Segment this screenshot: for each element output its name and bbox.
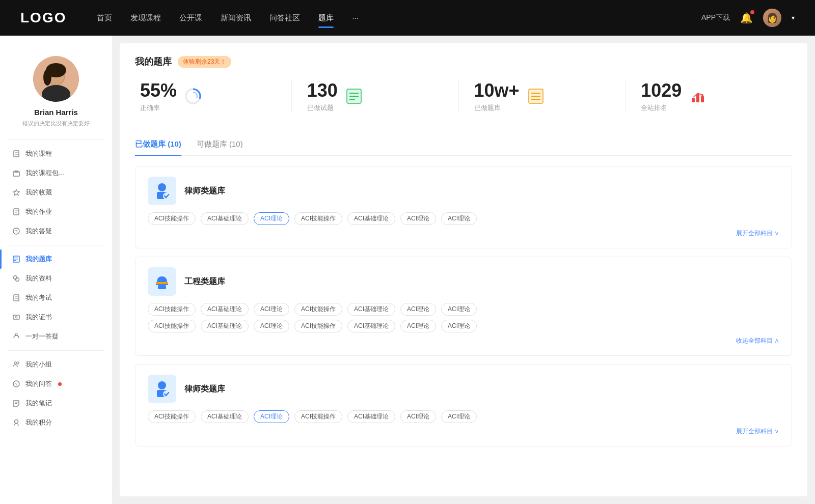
tag-0[interactable]: ACI技能操作 (148, 212, 196, 225)
eng-tag-r1-6[interactable]: ACI理论 (441, 303, 477, 316)
eng-tag-r1-0[interactable]: ACI技能操作 (148, 303, 196, 316)
stat-ranking: 1029 全站排名 (626, 80, 792, 113)
expand-link-lawyer-2[interactable]: 展开全部科目 ∨ (148, 427, 779, 436)
bank-tags-engineer-row2: ACI技能操作 ACI基础理论 ACI理论 ACI技能操作 ACI基础理论 AC… (148, 320, 779, 332)
stat-done-questions-value: 130 (307, 80, 338, 101)
user-avatar-nav[interactable]: 👩 (763, 9, 781, 27)
sidebar-item-my-questions[interactable]: ? 我的问答 (0, 374, 112, 394)
nav-news[interactable]: 新闻资讯 (221, 11, 251, 25)
l2-tag-2-active[interactable]: ACI理论 (254, 410, 289, 423)
tab-done-banks[interactable]: 已做题库 (10) (135, 139, 181, 155)
tag-5[interactable]: ACI理论 (400, 212, 436, 225)
svg-point-60 (158, 381, 166, 389)
svg-rect-27 (13, 315, 19, 319)
svg-rect-13 (14, 209, 19, 215)
user-menu-chevron[interactable]: ▾ (792, 14, 795, 21)
tag-4[interactable]: ACI基础理论 (347, 212, 395, 225)
svg-point-28 (15, 316, 17, 318)
svg-marker-12 (13, 189, 20, 195)
sidebar-item-my-group[interactable]: 我的小组 (0, 355, 112, 374)
l2-tag-5[interactable]: ACI理论 (400, 410, 436, 423)
tab-available-banks[interactable]: 可做题库 (10) (197, 139, 243, 155)
sidebar-item-my-data[interactable]: 我的资料 (0, 269, 112, 288)
ranking-icon (689, 87, 707, 105)
nav-qa[interactable]: 问答社区 (269, 11, 300, 25)
l2-tag-1[interactable]: ACI基础理论 (201, 410, 249, 423)
tag-1[interactable]: ACI基础理论 (201, 212, 249, 225)
eng-tag-r1-4[interactable]: ACI基础理论 (347, 303, 395, 316)
sidebar-item-my-course[interactable]: 我的课程 (0, 144, 112, 163)
favorites-icon (12, 188, 20, 197)
sidebar-item-one-on-one[interactable]: 一对一答疑 (0, 327, 112, 346)
app-download-link[interactable]: APP下载 (701, 13, 730, 22)
sidebar-item-favorites[interactable]: 我的收藏 (0, 183, 112, 202)
tabs-row: 已做题库 (10) 可做题库 (10) (135, 139, 792, 156)
stat-ranking-label: 全站排名 (641, 103, 682, 113)
svg-point-31 (17, 362, 19, 364)
engineer-bank-icon (148, 267, 176, 296)
notification-bell[interactable]: 🔔 (740, 12, 753, 24)
sidebar-label-homework: 我的作业 (25, 207, 52, 216)
nav-questionbank[interactable]: 题库 (318, 11, 334, 25)
sidebar-divider-1 (8, 139, 104, 140)
svg-point-36 (15, 420, 18, 424)
eng-tag-r1-2[interactable]: ACI理论 (254, 303, 289, 316)
sidebar-item-course-package[interactable]: 我的课程包... (0, 163, 112, 183)
eng-tag-r2-5[interactable]: ACI理论 (400, 320, 436, 332)
stat-done-banks: 10w+ 已做题库 (459, 80, 626, 113)
certificate-icon (12, 313, 20, 321)
svg-point-5 (43, 69, 51, 86)
questionbank-icon (12, 255, 20, 263)
nav-discover[interactable]: 发现课程 (130, 11, 161, 25)
svg-rect-51 (696, 94, 699, 102)
bank-item-lawyer-2-header: 律师类题库 (148, 375, 779, 403)
svg-rect-59 (156, 282, 168, 284)
stat-done-questions-label: 已做试题 (307, 103, 338, 113)
collapse-link-engineer[interactable]: 收起全部科目 ∧ (148, 337, 779, 345)
user-profile: Brian Harris 错误的决定比没有决定要好 (0, 46, 112, 135)
sidebar-item-my-exam[interactable]: 我的考试 (0, 288, 112, 307)
nav-more[interactable]: ··· (352, 11, 359, 25)
eng-tag-r1-5[interactable]: ACI理论 (400, 303, 436, 316)
l2-tag-4[interactable]: ACI基础理论 (347, 410, 395, 423)
qa-icon: ? (12, 227, 20, 235)
svg-rect-58 (158, 285, 166, 289)
sidebar-item-my-qa[interactable]: ? 我的答疑 (0, 221, 112, 241)
nav-home[interactable]: 首页 (97, 11, 112, 25)
eng-tag-r2-3[interactable]: ACI技能操作 (294, 320, 342, 332)
stat-accuracy-info: 55% 正确率 (140, 80, 177, 113)
eng-tag-r1-1[interactable]: ACI基础理论 (201, 303, 249, 316)
eng-tag-r2-4[interactable]: ACI基础理论 (347, 320, 395, 332)
eng-tag-r2-0[interactable]: ACI技能操作 (148, 320, 196, 332)
sidebar-item-homework[interactable]: 我的作业 (0, 202, 112, 221)
tag-6[interactable]: ACI理论 (441, 212, 477, 225)
stat-accuracy-value: 55% (140, 80, 177, 101)
l2-tag-6[interactable]: ACI理论 (441, 410, 477, 423)
bank-item-engineer: 工程类题库 ACI技能操作 ACI基础理论 ACI理论 ACI技能操作 ACI基… (135, 257, 792, 356)
homework-icon (12, 208, 20, 216)
sidebar-item-my-notes[interactable]: 我的笔记 (0, 394, 112, 413)
l2-tag-3[interactable]: ACI技能操作 (294, 410, 342, 423)
tag-2-active[interactable]: ACI理论 (254, 212, 289, 225)
eng-tag-r2-1[interactable]: ACI基础理论 (201, 320, 249, 332)
sidebar-label-my-questionbank: 我的题库 (25, 255, 52, 264)
eng-tag-r2-6[interactable]: ACI理论 (441, 320, 477, 332)
svg-text:?: ? (15, 382, 17, 387)
svg-point-29 (15, 333, 17, 335)
sidebar-label-my-points: 我的积分 (25, 418, 52, 427)
sidebar-label-course-package: 我的课程包... (25, 169, 64, 178)
tag-3[interactable]: ACI技能操作 (294, 212, 342, 225)
nav-opencourse[interactable]: 公开课 (179, 11, 202, 25)
expand-link-lawyer-1[interactable]: 展开全部科目 ∨ (148, 229, 779, 238)
stats-row: 55% 正确率 130 已做试题 (135, 80, 792, 125)
avatar-image (33, 56, 79, 102)
eng-tag-r2-2[interactable]: ACI理论 (254, 320, 289, 332)
sidebar-item-my-questionbank[interactable]: 我的题库 (0, 249, 112, 269)
sidebar-label-my-certificate: 我的证书 (25, 313, 52, 322)
exam-icon (12, 294, 20, 302)
l2-tag-0[interactable]: ACI技能操作 (148, 410, 196, 423)
sidebar-item-my-certificate[interactable]: 我的证书 (0, 307, 112, 327)
sidebar-item-my-points[interactable]: 我的积分 (0, 413, 112, 432)
sidebar-divider-3 (8, 350, 104, 351)
eng-tag-r1-3[interactable]: ACI技能操作 (294, 303, 342, 316)
